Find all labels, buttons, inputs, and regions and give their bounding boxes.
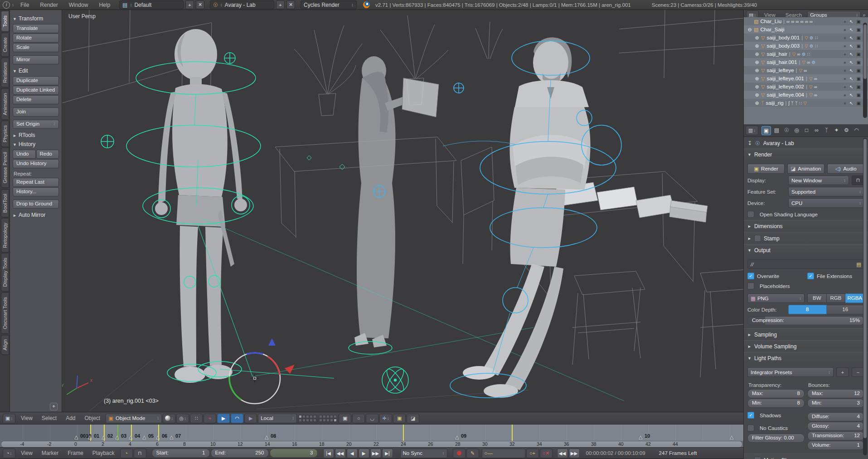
timeline-marker[interactable]: △	[142, 434, 146, 440]
mesh-icon[interactable]: ▽	[805, 44, 810, 49]
link-icon[interactable]: ∞	[804, 68, 808, 73]
restrict-render-icon[interactable]: ▣	[857, 27, 861, 32]
current-frame-field[interactable]: 3	[270, 449, 318, 458]
link-icon[interactable]: ∞	[797, 52, 802, 57]
info-menu-arrows[interactable]: ↕	[12, 2, 14, 7]
transparency-min-field[interactable]: Min:8	[747, 399, 805, 408]
color-mode-rgba[interactable]: RGBA	[845, 293, 864, 303]
scale-button[interactable]: Scale	[13, 43, 59, 52]
outliner-row[interactable]: ⊕▽saiji_hair|▽∞⚙∷●↖▣	[744, 50, 868, 58]
rotate-button[interactable]: Rotate	[13, 34, 59, 43]
restrict-select-icon[interactable]: ↖	[849, 76, 853, 81]
layers-widget-2[interactable]	[319, 415, 337, 422]
pivot-point-dropdown[interactable]: ◎↕	[176, 414, 189, 423]
start-frame-field[interactable]: Start:1	[152, 449, 210, 458]
pin-icon[interactable]: ↧	[747, 140, 752, 146]
restrict-select-icon[interactable]: ↖	[849, 84, 853, 89]
auto-keying-icon[interactable]: ✎	[466, 449, 479, 458]
color-mode-rgb[interactable]: RGB	[827, 293, 846, 303]
panel-header-motion-blur[interactable]: ►Motion Blur	[744, 454, 868, 459]
viewport-menu-add[interactable]: Add	[61, 415, 80, 421]
timeline-marker[interactable]: △	[170, 434, 173, 440]
display-lock-icon[interactable]: ⊓	[852, 176, 864, 185]
restrict-render-icon[interactable]: ▣	[857, 101, 861, 106]
restrict-render-icon[interactable]: ▣	[857, 44, 861, 49]
properties-tab-constraints[interactable]: ∞	[812, 126, 821, 134]
properties-tab-bone-constraint[interactable]: ⚙	[842, 126, 851, 134]
restrict-render-icon[interactable]: ▣	[857, 52, 861, 57]
timeline-marker[interactable]: △	[639, 434, 642, 440]
dots-icon[interactable]: ∷	[807, 52, 811, 57]
manipulator-axis-icon[interactable]: +	[204, 414, 216, 423]
restrict-render-icon[interactable]: ▣	[857, 93, 861, 98]
set-origin-dropdown[interactable]: Set Origin↕	[13, 120, 59, 129]
link-icon[interactable]: ∞	[786, 19, 791, 24]
properties-tab-render[interactable]: ▣	[761, 126, 771, 135]
filter-glossy-slider[interactable]: Filter Glossy: 0.00	[747, 434, 805, 443]
viewport-menu-object[interactable]: Object	[80, 415, 105, 421]
shadows-checkbox[interactable]: ✓	[747, 412, 754, 419]
dots-icon[interactable]: ∷	[815, 44, 819, 49]
placeholders-checkbox[interactable]	[747, 283, 754, 289]
mesh-icon[interactable]: ▽	[792, 52, 797, 57]
timeline-marker[interactable]: △	[455, 434, 459, 440]
mod-icon[interactable]: ⚙	[810, 35, 815, 40]
mesh-icon[interactable]: ▽	[805, 35, 810, 40]
playback-sync-icon[interactable]: ◔	[120, 449, 133, 458]
timeline-marker[interactable]: △	[156, 434, 160, 440]
editor-type-selector-timeline[interactable]: ◔↕	[3, 449, 15, 458]
mod-icon[interactable]: ⚙	[810, 44, 815, 49]
output-path-field[interactable]: // ▤	[747, 259, 864, 269]
timeline-marker[interactable]: △	[88, 434, 92, 440]
mesh-icon[interactable]: ▽	[802, 60, 807, 65]
menu-render[interactable]: Render	[35, 2, 62, 8]
display-dropdown[interactable]: New Window↕	[788, 176, 849, 185]
restrict-render-icon[interactable]: ▣	[857, 84, 861, 89]
transmission-bounces-field[interactable]: Transmission:12	[807, 431, 864, 440]
diffuse-bounces-field[interactable]: Diffuse:4	[807, 412, 864, 421]
timeline-menu-frame[interactable]: Frame	[63, 450, 88, 456]
add-scene-button[interactable]: +	[276, 0, 285, 9]
screen-layout-selector[interactable]: ▤↕ Default	[119, 0, 184, 9]
link-icon[interactable]: ∞	[810, 19, 814, 24]
restrict-view-icon[interactable]: ●	[844, 101, 846, 106]
add-layout-button[interactable]: +	[185, 0, 194, 9]
toolshelf-tab-align[interactable]: Align	[1, 335, 9, 355]
proportional-edit-dropdown[interactable]: ○	[352, 414, 365, 423]
editor-type-selector[interactable]: ▣↕	[3, 414, 15, 423]
link-icon[interactable]: ∞	[800, 19, 805, 24]
restrict-view-icon[interactable]: ●	[844, 35, 846, 40]
panel-header-sampling[interactable]: ►Sampling	[744, 328, 868, 340]
properties-tab-render-layers[interactable]: ▤	[772, 126, 781, 134]
motion-blur-checkbox[interactable]	[754, 457, 761, 459]
viewport-shading-dropdown[interactable]: ↕	[163, 414, 175, 423]
timeline-marker[interactable]: △	[102, 434, 105, 440]
folder-icon[interactable]: ▤	[856, 261, 861, 268]
delete-button[interactable]: Delete	[13, 95, 59, 104]
toolshelf-tab-physics[interactable]: Physics	[1, 121, 9, 147]
volume-bounces-field[interactable]: Volume:1	[807, 441, 864, 450]
link-icon[interactable]: ∞	[805, 19, 810, 24]
mod-icon[interactable]: ⚙	[811, 60, 817, 65]
translate-button[interactable]: Translate	[13, 24, 59, 33]
expand-icon[interactable]: ⊕	[754, 51, 760, 57]
expand-icon[interactable]: ⊕	[754, 100, 760, 106]
render-audio-button[interactable]: ◁)Audio	[827, 164, 864, 174]
menu-file[interactable]: File	[16, 2, 34, 8]
snap-magnet-toggle[interactable]: ◡	[366, 414, 378, 423]
mod-icon[interactable]: ⚙	[802, 52, 807, 57]
restrict-select-icon[interactable]: ↖	[849, 60, 853, 65]
restrict-view-icon[interactable]: ●	[844, 60, 846, 65]
manipulator-rotate-toggle[interactable]: ◠	[231, 414, 243, 423]
timeline-marker[interactable]: △	[74, 434, 78, 440]
color-depth-16[interactable]: 16	[827, 305, 865, 314]
editor-type-selector-properties[interactable]: ▥↕	[746, 126, 758, 135]
restrict-render-icon[interactable]: ▣	[857, 60, 861, 65]
restrict-select-icon[interactable]: ↖	[849, 68, 853, 73]
restrict-view-icon[interactable]: ●	[844, 19, 846, 24]
properties-tab-bone[interactable]: ✦	[832, 126, 841, 134]
collapse-icon[interactable]: ⊖	[747, 27, 753, 33]
toolshelf-tab-booltool[interactable]: BoolTool	[1, 189, 9, 217]
timeline-marker[interactable]: △	[265, 434, 268, 440]
restrict-render-icon[interactable]: ▣	[857, 68, 861, 73]
